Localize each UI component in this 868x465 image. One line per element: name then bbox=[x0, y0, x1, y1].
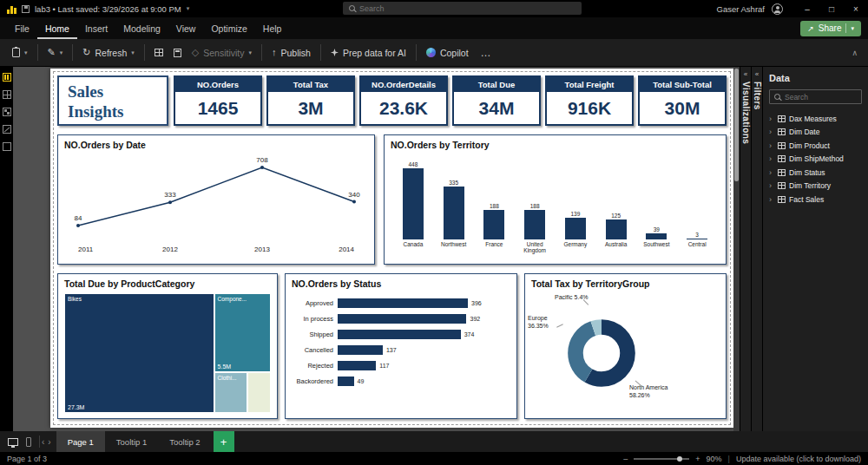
treemap-block-compone-[interactable]: Compone...5.5M bbox=[214, 293, 271, 372]
collapse-ribbon-icon[interactable]: ∧ bbox=[852, 49, 861, 57]
page-tab-page-1[interactable]: Page 1 bbox=[56, 431, 105, 452]
model-view-icon[interactable] bbox=[3, 108, 11, 116]
update-available-link[interactable]: Update available (click to download) bbox=[736, 455, 861, 463]
bar[interactable] bbox=[687, 239, 707, 240]
chevron-right-icon[interactable]: › bbox=[769, 181, 774, 190]
bar[interactable] bbox=[403, 168, 424, 239]
share-chevron-down-icon[interactable]: ▾ bbox=[851, 25, 854, 32]
save-icon[interactable] bbox=[22, 5, 30, 13]
zoom-in-icon[interactable]: + bbox=[695, 455, 700, 463]
data-table-dim-status[interactable]: ›Dim Status bbox=[769, 166, 862, 180]
dax-query-view-icon[interactable] bbox=[3, 125, 11, 134]
zoom-out-icon[interactable]: – bbox=[623, 455, 628, 463]
avatar[interactable] bbox=[772, 3, 783, 15]
share-button[interactable]: ↗ Share ▾ bbox=[800, 21, 861, 36]
expand-panel-icon[interactable]: « bbox=[744, 71, 747, 78]
chevron-right-icon[interactable]: › bbox=[769, 154, 774, 163]
data-panel-search-box[interactable] bbox=[769, 89, 862, 104]
kpi-card-no-orderdetails[interactable]: NO.OrderDetails23.6K bbox=[359, 75, 448, 126]
zoom-slider-handle[interactable] bbox=[677, 456, 682, 462]
menu-help[interactable]: Help bbox=[255, 17, 290, 39]
refresh-button[interactable]: ↻Refresh▾ bbox=[77, 44, 140, 62]
close-button[interactable]: × bbox=[844, 0, 868, 17]
copilot-button[interactable]: Copilot bbox=[421, 44, 474, 62]
treemap-block-bikes[interactable]: Bikes27.3M bbox=[64, 293, 214, 413]
data-table-dax-measures[interactable]: ›Dax Measures bbox=[769, 112, 862, 126]
data-table-fact-sales[interactable]: ›Fact Sales bbox=[769, 193, 862, 206]
treemap-card[interactable]: Total Due by ProductCategory Bikes27.3MC… bbox=[57, 273, 278, 419]
menu-file[interactable]: File bbox=[7, 17, 37, 39]
bar[interactable] bbox=[646, 233, 667, 239]
chevron-right-icon[interactable]: › bbox=[769, 141, 774, 150]
user-name[interactable]: Gaser Ashraf bbox=[717, 4, 765, 14]
table-view-icon[interactable] bbox=[3, 90, 11, 99]
page-tab-tooltip-1[interactable]: Tooltip 1 bbox=[105, 431, 158, 452]
kpi-card-total-freight[interactable]: Total Freight916K bbox=[545, 75, 634, 126]
canvas-scrollbar[interactable] bbox=[733, 67, 740, 431]
line-chart-card[interactable]: NO.Orders by Date 8420113332012708201334… bbox=[57, 134, 375, 265]
report-title-card[interactable]: Sales Insights bbox=[57, 75, 168, 126]
bar[interactable] bbox=[524, 210, 545, 239]
sensitivity-button[interactable]: ◇Sensitivity▾ bbox=[187, 44, 257, 62]
data-table-dim-date[interactable]: ›Dim Date bbox=[769, 126, 862, 140]
report-view-icon[interactable] bbox=[3, 73, 11, 82]
zoom-level[interactable]: 90% bbox=[707, 455, 722, 463]
prep-data-ai-button[interactable]: Prep data for AI bbox=[326, 44, 411, 62]
tmdl-view-icon[interactable] bbox=[3, 142, 11, 151]
kpi-card-total-tax[interactable]: Total Tax3M bbox=[266, 75, 355, 126]
menu-home[interactable]: Home bbox=[37, 17, 77, 39]
menu-modeling[interactable]: Modeling bbox=[115, 17, 168, 39]
next-page-icon[interactable]: › bbox=[46, 431, 52, 452]
treemap-block-3[interactable] bbox=[247, 372, 271, 413]
report-canvas[interactable]: Sales Insights NO.Orders1465Total Tax3MN… bbox=[13, 67, 740, 431]
paste-button[interactable]: ▾ bbox=[7, 44, 33, 61]
more-options-button[interactable]: … bbox=[474, 47, 498, 59]
bar[interactable] bbox=[483, 210, 504, 239]
chevron-right-icon[interactable]: › bbox=[769, 168, 774, 177]
bar[interactable] bbox=[565, 218, 586, 239]
global-search-box[interactable] bbox=[343, 2, 582, 15]
publish-button[interactable]: ↑Publish bbox=[266, 44, 316, 62]
kpi-card-no-orders[interactable]: NO.Orders1465 bbox=[174, 75, 262, 126]
filters-collapsed-panel[interactable]: « Filters bbox=[751, 67, 762, 431]
chevron-right-icon[interactable]: › bbox=[769, 115, 774, 123]
kpi-card-total-due[interactable]: Total Due34M bbox=[452, 75, 541, 126]
data-panel-search-input[interactable] bbox=[785, 93, 857, 102]
scrollbar-thumb[interactable] bbox=[734, 69, 739, 181]
bar[interactable] bbox=[338, 314, 466, 324]
report-page[interactable]: Sales Insights NO.Orders1465Total Tax3MN… bbox=[50, 69, 733, 428]
search-input[interactable] bbox=[359, 4, 575, 13]
document-title[interactable]: lab3 • Last saved: 3/29/2026 at 9:00 PM bbox=[35, 4, 181, 14]
bar[interactable] bbox=[338, 345, 383, 355]
format-painter-button[interactable]: ✎▾ bbox=[43, 44, 69, 61]
kpi-card-total-sub-total[interactable]: Total Sub-Total30M bbox=[638, 75, 727, 126]
add-page-button[interactable]: + bbox=[214, 431, 234, 452]
chevron-right-icon[interactable]: › bbox=[769, 128, 774, 136]
data-table-dim-territory[interactable]: ›Dim Territory bbox=[769, 180, 862, 193]
bar[interactable] bbox=[444, 187, 464, 239]
zoom-slider[interactable] bbox=[634, 458, 689, 460]
mobile-view-icon[interactable] bbox=[26, 437, 31, 447]
new-measure-button[interactable] bbox=[168, 45, 187, 61]
bar[interactable] bbox=[338, 361, 376, 370]
bar[interactable] bbox=[338, 377, 354, 386]
status-bar-chart-card[interactable]: NO.Orders by Status Approved396In proces… bbox=[285, 273, 517, 419]
expand-panel-icon[interactable]: « bbox=[755, 71, 759, 78]
new-visual-button[interactable] bbox=[149, 45, 168, 60]
donut-chart-card[interactable]: Total Tax by TerritoryGroup Pacific 5.4%… bbox=[524, 273, 727, 419]
chevron-right-icon[interactable]: › bbox=[769, 195, 774, 204]
title-chevron-down-icon[interactable]: ▾ bbox=[187, 5, 190, 12]
territory-bar-chart-card[interactable]: NO.Orders by Territory 448Canada335North… bbox=[384, 134, 727, 265]
bar[interactable] bbox=[338, 298, 468, 308]
page-tab-tooltip-2[interactable]: Tooltip 2 bbox=[158, 431, 211, 452]
maximize-button[interactable]: □ bbox=[819, 0, 844, 17]
menu-insert[interactable]: Insert bbox=[77, 17, 115, 39]
visualizations-collapsed-panel[interactable]: « Visualizations bbox=[740, 67, 751, 431]
data-table-dim-shipmethod[interactable]: ›Dim ShipMethod bbox=[769, 153, 862, 167]
minimize-button[interactable]: – bbox=[795, 0, 819, 17]
menu-optimize[interactable]: Optimize bbox=[203, 17, 254, 39]
bar[interactable] bbox=[606, 219, 627, 239]
menu-view[interactable]: View bbox=[168, 17, 204, 39]
treemap-block-clothi-[interactable]: Clothi... bbox=[214, 372, 247, 413]
data-table-dim-product[interactable]: ›Dim Product bbox=[769, 139, 862, 153]
